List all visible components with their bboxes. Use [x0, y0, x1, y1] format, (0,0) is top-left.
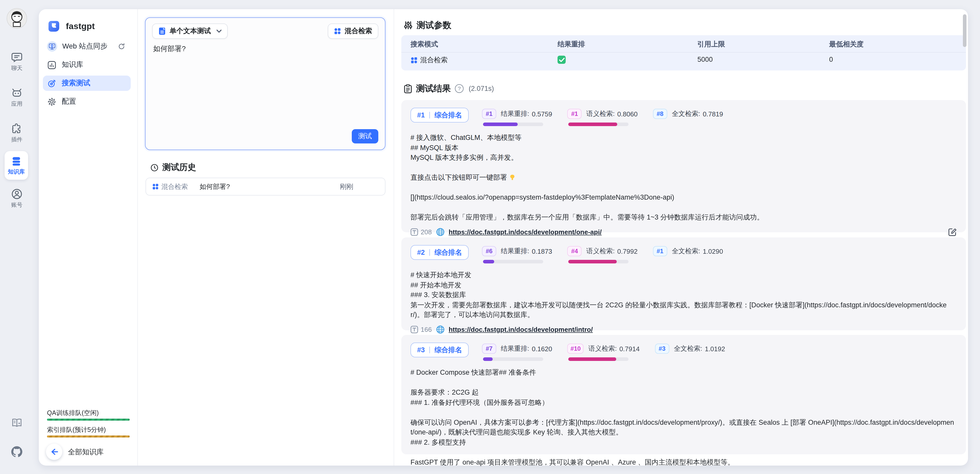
metric-bar: [568, 122, 629, 126]
rail-item-github[interactable]: [0, 445, 34, 458]
rail-item-plugins[interactable]: 插件: [0, 122, 34, 143]
dataset-icon: [47, 60, 57, 70]
metric-bar: [483, 357, 543, 361]
brand-name: fastgpt: [66, 21, 95, 32]
chunk-count: 208: [410, 228, 432, 235]
test-input-panel: 单个文本测试 混合检索 如何部署? 测试: [145, 17, 385, 150]
sidebar-item-dataset[interactable]: 知识库: [43, 57, 131, 73]
index-queue-label: 索引排队(预计5分钟): [47, 426, 106, 434]
metrics: #1 结果重排: 0.5759 #1 语义检索: 0.8060: [482, 109, 723, 126]
history-title: 测试历史: [162, 162, 196, 173]
refresh-icon[interactable]: [118, 42, 126, 51]
clock-icon: [150, 163, 159, 172]
back-label[interactable]: 全部知识库: [68, 448, 103, 457]
rank-badge[interactable]: #1 综合排名: [410, 108, 469, 122]
test-query-input[interactable]: 如何部署?: [153, 45, 186, 54]
history-item-mode-label: 混合检索: [161, 182, 188, 191]
metric-semantic: #10 语义检索: 0.7914: [568, 344, 640, 361]
metric-fulltext: #3 全文检索: 1.0192: [655, 344, 725, 361]
chevron-down-icon: [216, 29, 221, 33]
sidebar-item-label: 配置: [62, 97, 76, 106]
book-icon: [11, 417, 23, 429]
result-card-header: #1 综合排名 #1 结果重排: 0.5759: [410, 108, 957, 126]
rank-label: 综合排名: [434, 345, 462, 355]
rank-badge[interactable]: #2 综合排名: [410, 245, 469, 260]
params-divider: [401, 52, 966, 52]
rank-separator: [430, 249, 430, 256]
sidebar-item-search-test[interactable]: 搜索测试: [43, 76, 131, 91]
clipboard-icon: [404, 84, 412, 93]
result-card: #3 综合排名 #7 结果重排: 0.1620: [401, 335, 966, 454]
point-down-icon: [509, 174, 515, 181]
result-content: # 接入微软、ChatGLM、本地模型等 ## MySQL 版本 MySQL 版…: [410, 133, 957, 222]
qa-queue-label: QA训练排队(空闲): [47, 409, 99, 418]
user-avatar[interactable]: [6, 8, 27, 29]
params-title: 测试参数: [417, 19, 451, 31]
search-mode-button[interactable]: 混合检索: [328, 24, 378, 39]
dataset-sidebar: fastgpt Web 站点同步: [39, 9, 138, 466]
metric-rank-badge: #6: [482, 246, 496, 256]
source-link[interactable]: https://doc.fastgpt.in/docs/development/…: [449, 228, 602, 235]
history-item-query: 如何部署?: [200, 182, 230, 191]
metrics: #6 结果重排: 0.1873 #4 语义检索: 0.7992: [482, 246, 723, 263]
metric-rank-badge: #4: [568, 246, 582, 256]
sidebar-item-label: 知识库: [62, 60, 83, 70]
rail-item-docs[interactable]: [0, 417, 34, 429]
search-test-icon: [47, 78, 57, 88]
sliders-icon: [404, 21, 412, 30]
database-icon: [11, 156, 22, 167]
text-chunk-icon: [410, 228, 418, 235]
sidebar-item-web-sync[interactable]: Web 站点同步: [43, 39, 131, 54]
globe-icon: [436, 325, 444, 334]
rail-label-chat: 聊天: [11, 65, 22, 72]
back-button[interactable]: [46, 444, 62, 460]
rail-item-knowledge-base-active[interactable]: 知识库: [5, 151, 28, 180]
metric-bar: [568, 260, 629, 263]
result-content: # 快速开始本地开发 ## 开始本地开发 ### 3. 安装数据库 第一次开发，…: [410, 270, 957, 320]
rail-label-apps: 应用: [11, 100, 22, 107]
metric-rank-badge: #7: [482, 344, 496, 354]
metric-rank-badge: #8: [653, 109, 667, 119]
results-title: 测试结果: [416, 83, 451, 94]
account-icon: [11, 188, 23, 200]
param-value-search-mode: 混合检索: [410, 56, 448, 65]
globe-icon: [436, 227, 444, 236]
rail-label-account: 账号: [11, 202, 22, 208]
result-card-footer: 208 https://doc.fastgpt.in/docs/developm…: [410, 227, 957, 236]
rank-badge[interactable]: #3 综合排名: [410, 342, 469, 357]
metric-rank-badge: #1: [653, 246, 667, 256]
param-header-citation-limit: 引用上限: [697, 40, 725, 49]
params-title-row: 测试参数: [404, 19, 451, 31]
result-card-header: #3 综合排名 #7 结果重排: 0.1620: [410, 342, 957, 361]
sidebar-item-label: 搜索测试: [62, 79, 91, 88]
source-link[interactable]: https://doc.fastgpt.in/docs/development/…: [449, 325, 593, 333]
rail-item-chat[interactable]: 聊天: [0, 51, 34, 72]
edit-icon[interactable]: [948, 227, 957, 236]
history-item[interactable]: 混合检索 如何部署? 刚刚: [145, 178, 385, 196]
rank-separator: [430, 112, 430, 118]
results-title-row: 测试结果 ? (2.071s): [404, 83, 494, 94]
robot-icon: [11, 87, 23, 99]
result-content: # Docker Compose 快速部署## 准备条件 服务器要求：2C2G …: [410, 367, 957, 467]
metric-bar: [483, 260, 543, 263]
hybrid-search-icon: [410, 57, 418, 64]
test-mode-select[interactable]: 单个文本测试: [152, 24, 228, 39]
metric-fulltext: #8 全文检索: 0.7819: [653, 109, 723, 126]
metric-rerank: #1 结果重排: 0.5759: [482, 109, 552, 126]
run-test-button[interactable]: 测试: [352, 129, 378, 143]
rail-item-account[interactable]: 账号: [0, 188, 34, 208]
sidebar-item-config[interactable]: 配置: [43, 94, 131, 109]
param-header-search-mode: 搜索模式: [410, 40, 438, 49]
text-doc-icon: [158, 27, 166, 35]
result-card-footer: 166 https://doc.fastgpt.in/docs/developm…: [410, 325, 957, 334]
qa-queue-bar: [47, 418, 130, 421]
rail-label-plugins: 插件: [11, 136, 22, 143]
rail-item-apps[interactable]: 应用: [0, 87, 34, 107]
help-icon[interactable]: ?: [455, 84, 464, 93]
rerank-checkbox[interactable]: [557, 56, 566, 64]
main-container: fastgpt Web 站点同步: [39, 9, 968, 466]
metric-bar: [568, 357, 629, 361]
result-card-header: #2 综合排名 #6 结果重排: 0.1873: [410, 245, 957, 263]
scrollbar-thumb[interactable]: [963, 14, 966, 47]
metric-semantic: #1 语义检索: 0.8060: [568, 109, 638, 126]
